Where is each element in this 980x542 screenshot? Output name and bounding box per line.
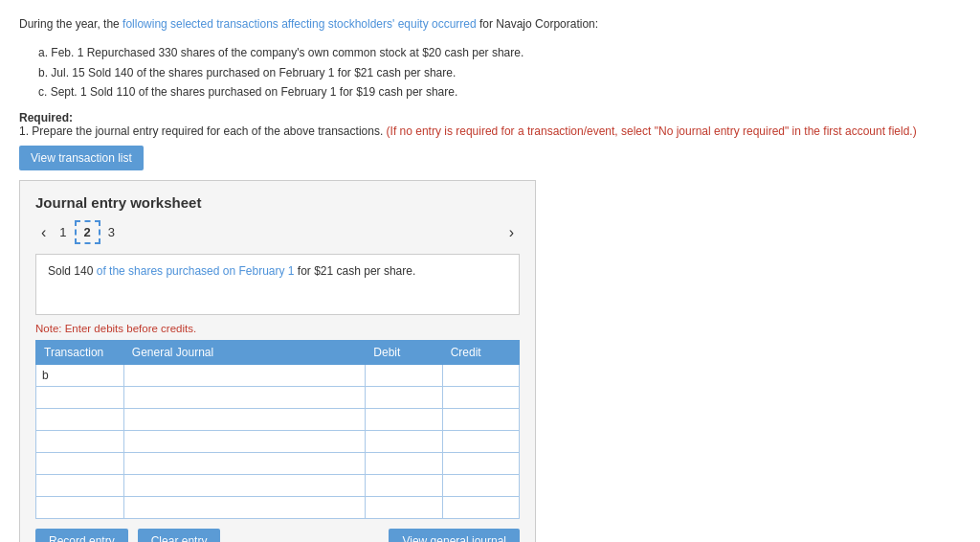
credit-cell-1[interactable] xyxy=(442,365,519,387)
page-3-button[interactable]: 3 xyxy=(100,222,122,242)
credit-cell-4[interactable] xyxy=(442,431,519,453)
record-entry-button[interactable]: Record entry xyxy=(35,529,128,542)
debit-cell-6[interactable] xyxy=(366,475,442,497)
transaction-cell-3 xyxy=(36,409,124,431)
credit-input-7[interactable] xyxy=(449,501,513,514)
page-2-button[interactable]: 2 xyxy=(75,220,100,244)
debit-cell-5[interactable] xyxy=(366,453,442,475)
worksheet-container: Journal entry worksheet ‹ 1 2 3 › Sold 1… xyxy=(19,180,536,542)
required-label: Required: xyxy=(19,111,73,124)
table-row xyxy=(36,453,520,475)
table-row: b xyxy=(36,365,520,387)
table-row xyxy=(36,387,520,409)
col-header-debit: Debit xyxy=(366,341,442,365)
general-journal-input-1[interactable] xyxy=(130,369,360,382)
credit-input-3[interactable] xyxy=(449,413,513,426)
table-row xyxy=(36,475,520,497)
debit-input-7[interactable] xyxy=(371,501,435,514)
general-journal-cell-1[interactable] xyxy=(123,365,366,387)
prev-page-arrow[interactable]: ‹ xyxy=(35,222,52,243)
credit-input-2[interactable] xyxy=(449,391,513,404)
transaction-cell-6 xyxy=(36,475,124,497)
transaction-a: a. Feb. 1 Repurchased 330 shares of the … xyxy=(38,43,961,62)
debit-cell-3[interactable] xyxy=(366,409,442,431)
description-box: Sold 140 of the shares purchased on Febr… xyxy=(35,254,520,315)
general-journal-cell-5[interactable] xyxy=(123,453,366,475)
journal-table: Transaction General Journal Debit Credit… xyxy=(35,340,520,519)
general-journal-input-7[interactable] xyxy=(130,501,360,514)
next-page-arrow[interactable]: › xyxy=(503,222,520,243)
credit-cell-7[interactable] xyxy=(442,497,519,519)
page-1-button[interactable]: 1 xyxy=(52,222,74,242)
transaction-c: c. Sept. 1 Sold 110 of the shares purcha… xyxy=(38,82,961,102)
general-journal-input-2[interactable] xyxy=(130,391,360,404)
debit-cell-2[interactable] xyxy=(366,387,442,409)
debit-input-5[interactable] xyxy=(371,457,435,470)
clear-entry-button[interactable]: Clear entry xyxy=(138,529,221,542)
general-journal-input-6[interactable] xyxy=(130,479,360,492)
transaction-cell-5 xyxy=(36,453,124,475)
credit-cell-5[interactable] xyxy=(442,453,519,475)
transactions-list: a. Feb. 1 Repurchased 330 shares of the … xyxy=(38,43,961,102)
pagination: ‹ 1 2 3 › xyxy=(35,220,520,244)
debit-cell-1[interactable] xyxy=(366,365,442,387)
worksheet-title: Journal entry worksheet xyxy=(35,194,520,211)
col-header-transaction: Transaction xyxy=(36,341,124,365)
credit-input-1[interactable] xyxy=(449,369,513,382)
debit-cell-4[interactable] xyxy=(366,431,442,453)
col-header-general-journal: General Journal xyxy=(123,341,366,365)
general-journal-input-5[interactable] xyxy=(130,457,360,470)
table-row xyxy=(36,409,520,431)
required-section: Required: 1. Prepare the journal entry r… xyxy=(19,111,961,138)
intro-text: During the year, the following selected … xyxy=(19,15,961,34)
general-journal-cell-4[interactable] xyxy=(123,431,366,453)
debit-input-6[interactable] xyxy=(371,479,435,492)
credit-cell-6[interactable] xyxy=(442,475,519,497)
table-row xyxy=(36,497,520,519)
transaction-cell-1: b xyxy=(36,365,124,387)
credit-cell-3[interactable] xyxy=(442,409,519,431)
required-red-note: (If no entry is required for a transacti… xyxy=(387,124,917,138)
general-journal-cell-6[interactable] xyxy=(123,475,366,497)
button-row: Record entry Clear entry View general jo… xyxy=(35,529,520,542)
col-header-credit: Credit xyxy=(442,341,519,365)
credit-input-4[interactable] xyxy=(449,435,513,448)
debit-input-1[interactable] xyxy=(371,369,435,382)
general-journal-input-4[interactable] xyxy=(130,435,360,448)
table-row xyxy=(36,431,520,453)
debit-cell-7[interactable] xyxy=(366,497,442,519)
transaction-cell-7 xyxy=(36,497,124,519)
debit-input-3[interactable] xyxy=(371,413,435,426)
general-journal-cell-2[interactable] xyxy=(123,387,366,409)
credit-input-5[interactable] xyxy=(449,457,513,470)
debit-input-2[interactable] xyxy=(371,391,435,404)
general-journal-cell-3[interactable] xyxy=(123,409,366,431)
transaction-cell-2 xyxy=(36,387,124,409)
transaction-cell-4 xyxy=(36,431,124,453)
view-transaction-button[interactable]: View transaction list xyxy=(19,146,144,170)
general-journal-input-3[interactable] xyxy=(130,413,360,426)
debit-input-4[interactable] xyxy=(371,435,435,448)
view-general-journal-button[interactable]: View general journal xyxy=(389,529,520,542)
credit-cell-2[interactable] xyxy=(442,387,519,409)
required-instruction: 1. Prepare the journal entry required fo… xyxy=(19,124,387,138)
general-journal-cell-7[interactable] xyxy=(123,497,366,519)
transaction-b: b. Jul. 15 Sold 140 of the shares purcha… xyxy=(38,63,961,82)
intro-paragraph: During the year, the following selected … xyxy=(19,15,961,102)
note-text: Note: Enter debits before credits. xyxy=(35,323,520,334)
credit-input-6[interactable] xyxy=(449,479,513,492)
